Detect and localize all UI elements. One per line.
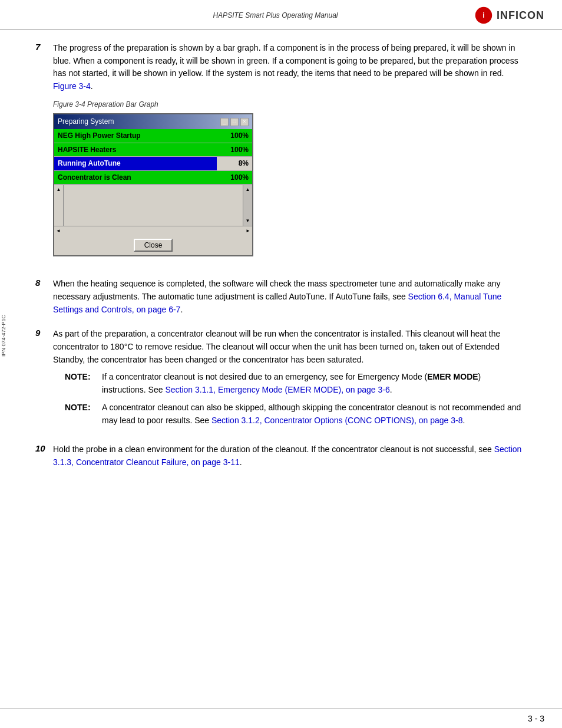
inficon-logo-icon: i <box>474 6 493 25</box>
close-button[interactable]: Close <box>134 239 173 252</box>
row-neg-label: NEG High Power Startup <box>54 129 217 143</box>
note-1: NOTE: If a concentrator cleanout is not … <box>53 371 527 396</box>
note-2-label: NOTE: <box>65 401 97 427</box>
row-autotune-label: Running AutoTune <box>54 157 217 170</box>
svg-text:i: i <box>482 11 484 19</box>
close-x-button[interactable]: × <box>240 118 249 126</box>
row-neg-high-power: NEG High Power Startup 100% <box>54 129 252 143</box>
note-2-text: A concentrator cleanout can also be skip… <box>102 401 527 427</box>
step-7: 7 The progress of the preparation is sho… <box>35 42 527 266</box>
row-concentrator-value: 100% <box>217 171 252 185</box>
page-header: HAPSITE Smart Plus Operating Manual i IN… <box>0 0 562 30</box>
note-2: NOTE: A concentrator cleanout can also b… <box>53 401 527 427</box>
main-content: 7 The progress of the preparation is sho… <box>0 30 562 493</box>
page-number: 3 - 3 <box>528 714 544 723</box>
row-running-autotune: Running AutoTune 8% <box>54 157 252 171</box>
logo-area: i INFICON <box>474 6 544 25</box>
left-scrollbar[interactable]: ▲ <box>54 185 64 226</box>
note-1-text: If a concentrator cleanout is not desire… <box>102 371 527 396</box>
page-footer: 3 - 3 <box>0 709 562 728</box>
step-8-text-after: . <box>180 305 183 314</box>
titlebar-buttons: _ □ × <box>220 118 249 126</box>
row-hapsite-label: HAPSITE Heaters <box>54 143 217 157</box>
note-1-label: NOTE: <box>65 371 97 396</box>
row-neg-value: 100% <box>217 129 252 143</box>
dialog-rows: NEG High Power Startup 100% HAPSITE Heat… <box>54 129 252 185</box>
emer-mode-bold: EMER MODE <box>427 372 478 381</box>
minimize-button[interactable]: _ <box>220 118 229 126</box>
step-9-text: As part of the preparation, a concentrat… <box>53 329 500 364</box>
step-10-content: Hold the probe in a clean environment fo… <box>53 443 527 469</box>
row-concentrator-label: Concentrator is Clean <box>54 171 217 185</box>
step-8-content: When the heating sequence is completed, … <box>53 278 527 316</box>
ipn-label: IPN 074-472-P1C <box>1 315 6 357</box>
step-10-text-before: Hold the probe in a clean environment fo… <box>53 444 492 454</box>
dialog-scroll-area: ▲ ▲ ▼ <box>54 185 252 226</box>
step-8-number: 8 <box>35 278 46 288</box>
section-3-1-2-link[interactable]: Section 3.1.2, Concentrator Options (CON… <box>211 416 462 425</box>
step-7-content: The progress of the preparation is shown… <box>53 42 527 266</box>
row-hapsite-heaters: HAPSITE Heaters 100% <box>54 143 252 157</box>
step-7-text: The progress of the preparation is shown… <box>53 43 518 78</box>
right-scrollbar[interactable]: ▲ ▼ <box>243 185 252 226</box>
step-10-text-after: . <box>240 457 242 467</box>
scroll-up-arrow: ▲ <box>57 186 61 193</box>
step-9-content: As part of the preparation, a concentrat… <box>53 328 527 431</box>
step-10-number: 10 <box>35 443 46 453</box>
step-9-number: 9 <box>35 328 46 338</box>
preparation-dialog: Preparing System _ □ × NEG High Power St… <box>53 113 253 256</box>
horizontal-scrollbar: ◄ ► <box>54 226 252 235</box>
figure-3-4-link[interactable]: Figure 3-4 <box>53 81 91 91</box>
row-concentrator-clean: Concentrator is Clean 100% <box>54 171 252 185</box>
hscroll-left: ◄ <box>54 228 62 235</box>
scroll-right-up: ▲ <box>246 186 250 193</box>
maximize-button[interactable]: □ <box>230 118 239 126</box>
dialog-titlebar: Preparing System _ □ × <box>54 114 252 129</box>
manual-title: HAPSITE Smart Plus Operating Manual <box>77 11 474 19</box>
scroll-content <box>64 185 243 226</box>
logo-text: INFICON <box>497 9 544 22</box>
dialog-title: Preparing System <box>58 116 114 127</box>
row-hapsite-value: 100% <box>217 143 252 157</box>
section-3-1-1-link[interactable]: Section 3.1.1, Emergency Mode (EMER MODE… <box>165 385 389 394</box>
step-7-number: 7 <box>35 42 46 52</box>
scroll-right-down: ▼ <box>246 218 250 225</box>
step-10: 10 Hold the probe in a clean environment… <box>35 443 527 469</box>
step-9: 9 As part of the preparation, a concentr… <box>35 328 527 431</box>
dialog-close-area: Close <box>54 235 252 255</box>
figure-caption: Figure 3-4 Preparation Bar Graph <box>53 99 527 110</box>
row-autotune-value: 8% <box>217 157 252 170</box>
hscroll-right: ► <box>244 228 252 235</box>
step-8: 8 When the heating sequence is completed… <box>35 278 527 316</box>
